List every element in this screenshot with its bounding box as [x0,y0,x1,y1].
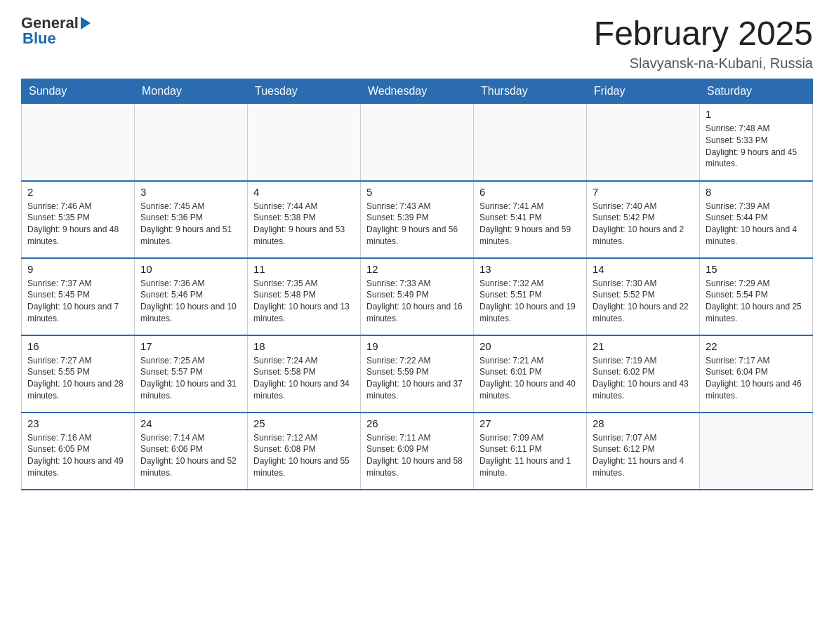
calendar-cell [700,412,813,490]
day-number: 25 [253,417,355,429]
weekday-row: SundayMondayTuesdayWednesdayThursdayFrid… [22,79,813,104]
weekday-header-monday: Monday [135,79,248,104]
day-info: Sunrise: 7:36 AM Sunset: 5:46 PM Dayligh… [140,278,241,325]
weekday-header-sunday: Sunday [22,79,135,104]
calendar-cell: 15Sunrise: 7:29 AM Sunset: 5:54 PM Dayli… [700,258,813,335]
day-info: Sunrise: 7:33 AM Sunset: 5:49 PM Dayligh… [366,278,468,325]
calendar-cell: 9Sunrise: 7:37 AM Sunset: 5:45 PM Daylig… [22,258,135,335]
day-info: Sunrise: 7:32 AM Sunset: 5:51 PM Dayligh… [479,278,581,325]
calendar-cell: 27Sunrise: 7:09 AM Sunset: 6:11 PM Dayli… [474,412,587,490]
day-number: 27 [479,417,581,429]
day-info: Sunrise: 7:27 AM Sunset: 5:55 PM Dayligh… [27,355,128,402]
day-number: 23 [27,417,128,429]
weekday-header-tuesday: Tuesday [248,79,361,104]
day-info: Sunrise: 7:39 AM Sunset: 5:44 PM Dayligh… [706,201,807,248]
calendar-cell: 6Sunrise: 7:41 AM Sunset: 5:41 PM Daylig… [474,181,587,258]
day-number: 21 [593,340,694,352]
day-number: 22 [706,340,807,352]
day-info: Sunrise: 7:40 AM Sunset: 5:42 PM Dayligh… [593,201,694,248]
day-number: 18 [253,340,355,352]
calendar-week-row: 16Sunrise: 7:27 AM Sunset: 5:55 PM Dayli… [22,335,813,412]
day-number: 4 [253,186,355,198]
day-number: 20 [479,340,581,352]
day-number: 19 [366,340,468,352]
day-info: Sunrise: 7:21 AM Sunset: 6:01 PM Dayligh… [479,355,581,402]
day-info: Sunrise: 7:29 AM Sunset: 5:54 PM Dayligh… [706,278,807,325]
day-number: 13 [479,263,581,275]
page-header: General Blue February 2025 Slavyansk-na-… [21,14,813,72]
logo-arrow-icon [81,17,91,29]
calendar-week-row: 2Sunrise: 7:46 AM Sunset: 5:35 PM Daylig… [22,181,813,258]
calendar-cell: 18Sunrise: 7:24 AM Sunset: 5:58 PM Dayli… [248,335,361,412]
day-number: 26 [366,417,468,429]
calendar-cell [135,104,248,181]
day-info: Sunrise: 7:48 AM Sunset: 5:33 PM Dayligh… [706,123,807,170]
day-info: Sunrise: 7:30 AM Sunset: 5:52 PM Dayligh… [593,278,694,325]
calendar-cell: 8Sunrise: 7:39 AM Sunset: 5:44 PM Daylig… [700,181,813,258]
calendar-header: SundayMondayTuesdayWednesdayThursdayFrid… [22,79,813,104]
calendar-cell [22,104,135,181]
day-number: 8 [706,186,807,198]
calendar-week-row: 23Sunrise: 7:16 AM Sunset: 6:05 PM Dayli… [22,412,813,490]
calendar-cell: 21Sunrise: 7:19 AM Sunset: 6:02 PM Dayli… [587,335,700,412]
calendar-cell: 24Sunrise: 7:14 AM Sunset: 6:06 PM Dayli… [135,412,248,490]
calendar-cell: 19Sunrise: 7:22 AM Sunset: 5:59 PM Dayli… [361,335,474,412]
day-number: 7 [593,186,694,198]
calendar-cell: 2Sunrise: 7:46 AM Sunset: 5:35 PM Daylig… [22,181,135,258]
day-info: Sunrise: 7:35 AM Sunset: 5:48 PM Dayligh… [253,278,355,325]
weekday-header-wednesday: Wednesday [361,79,474,104]
calendar-cell: 16Sunrise: 7:27 AM Sunset: 5:55 PM Dayli… [22,335,135,412]
weekday-header-friday: Friday [587,79,700,104]
weekday-header-saturday: Saturday [700,79,813,104]
calendar-cell: 28Sunrise: 7:07 AM Sunset: 6:12 PM Dayli… [587,412,700,490]
day-info: Sunrise: 7:19 AM Sunset: 6:02 PM Dayligh… [593,355,694,402]
calendar-cell: 14Sunrise: 7:30 AM Sunset: 5:52 PM Dayli… [587,258,700,335]
day-number: 10 [140,263,241,275]
calendar-cell: 13Sunrise: 7:32 AM Sunset: 5:51 PM Dayli… [474,258,587,335]
calendar-cell: 3Sunrise: 7:45 AM Sunset: 5:36 PM Daylig… [135,181,248,258]
calendar-cell: 12Sunrise: 7:33 AM Sunset: 5:49 PM Dayli… [361,258,474,335]
calendar-cell: 5Sunrise: 7:43 AM Sunset: 5:39 PM Daylig… [361,181,474,258]
logo: General Blue [21,14,91,48]
day-info: Sunrise: 7:16 AM Sunset: 6:05 PM Dayligh… [27,432,128,479]
day-info: Sunrise: 7:11 AM Sunset: 6:09 PM Dayligh… [366,432,468,479]
calendar-cell [248,104,361,181]
day-number: 6 [479,186,581,198]
day-number: 24 [140,417,241,429]
calendar-cell [587,104,700,181]
day-info: Sunrise: 7:37 AM Sunset: 5:45 PM Dayligh… [27,278,128,325]
day-number: 17 [140,340,241,352]
location-text: Slavyansk-na-Kubani, Russia [594,55,813,72]
day-number: 11 [253,263,355,275]
calendar-cell [361,104,474,181]
calendar-cell: 17Sunrise: 7:25 AM Sunset: 5:57 PM Dayli… [135,335,248,412]
calendar-body: 1Sunrise: 7:48 AM Sunset: 5:33 PM Daylig… [22,104,813,490]
calendar-week-row: 1Sunrise: 7:48 AM Sunset: 5:33 PM Daylig… [22,104,813,181]
day-number: 9 [27,263,128,275]
weekday-header-thursday: Thursday [474,79,587,104]
day-info: Sunrise: 7:12 AM Sunset: 6:08 PM Dayligh… [253,432,355,479]
day-info: Sunrise: 7:44 AM Sunset: 5:38 PM Dayligh… [253,201,355,248]
logo-blue-text: Blue [22,29,56,48]
title-block: February 2025 Slavyansk-na-Kubani, Russi… [594,14,813,72]
day-info: Sunrise: 7:14 AM Sunset: 6:06 PM Dayligh… [140,432,241,479]
day-number: 15 [706,263,807,275]
day-info: Sunrise: 7:43 AM Sunset: 5:39 PM Dayligh… [366,201,468,248]
calendar-cell: 25Sunrise: 7:12 AM Sunset: 6:08 PM Dayli… [248,412,361,490]
day-number: 2 [27,186,128,198]
month-title: February 2025 [594,14,813,53]
day-info: Sunrise: 7:46 AM Sunset: 5:35 PM Dayligh… [27,201,128,248]
day-number: 3 [140,186,241,198]
calendar-table: SundayMondayTuesdayWednesdayThursdayFrid… [21,79,813,490]
calendar-cell: 26Sunrise: 7:11 AM Sunset: 6:09 PM Dayli… [361,412,474,490]
calendar-cell: 11Sunrise: 7:35 AM Sunset: 5:48 PM Dayli… [248,258,361,335]
day-info: Sunrise: 7:17 AM Sunset: 6:04 PM Dayligh… [706,355,807,402]
day-info: Sunrise: 7:09 AM Sunset: 6:11 PM Dayligh… [479,432,581,479]
day-number: 12 [366,263,468,275]
calendar-cell: 22Sunrise: 7:17 AM Sunset: 6:04 PM Dayli… [700,335,813,412]
day-info: Sunrise: 7:41 AM Sunset: 5:41 PM Dayligh… [479,201,581,248]
day-info: Sunrise: 7:24 AM Sunset: 5:58 PM Dayligh… [253,355,355,402]
calendar-cell: 1Sunrise: 7:48 AM Sunset: 5:33 PM Daylig… [700,104,813,181]
calendar-cell: 7Sunrise: 7:40 AM Sunset: 5:42 PM Daylig… [587,181,700,258]
day-info: Sunrise: 7:07 AM Sunset: 6:12 PM Dayligh… [593,432,694,479]
